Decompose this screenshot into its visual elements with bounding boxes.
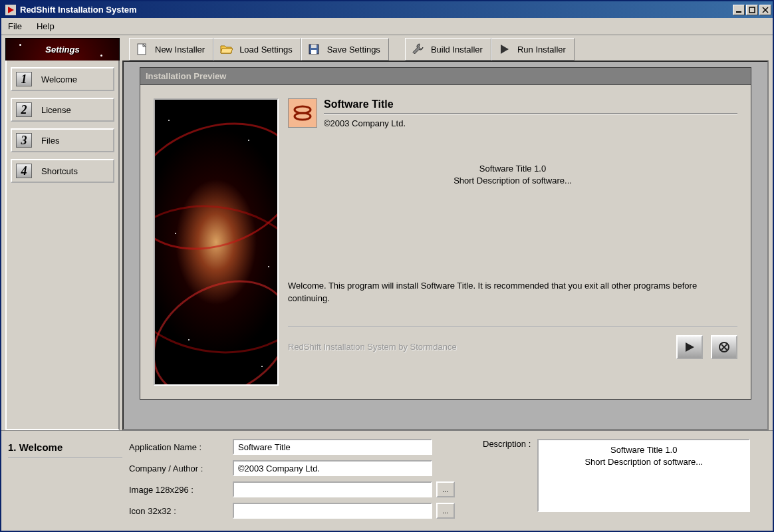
maximize-button[interactable] xyxy=(746,5,758,15)
svg-rect-1 xyxy=(736,11,741,13)
description-input[interactable]: Software Title 1.0 Short Description of … xyxy=(537,439,750,512)
cancel-button[interactable] xyxy=(711,335,737,359)
preview-panel: Installation Preview xyxy=(140,67,751,400)
save-icon xyxy=(307,43,321,56)
load-settings-label: Load Settings xyxy=(239,45,293,55)
browse-icon-button[interactable]: ... xyxy=(436,503,455,519)
new-file-icon xyxy=(135,43,148,56)
copyright-text: ©2003 Company Ltd. xyxy=(324,118,737,128)
step-number: 2 xyxy=(16,102,32,117)
sidebar-item-label: Files xyxy=(41,136,59,146)
svg-marker-12 xyxy=(686,342,694,352)
app-name-input[interactable] xyxy=(233,439,432,455)
menu-file[interactable]: File xyxy=(5,20,25,33)
sidebar-item-files[interactable]: 3 Files xyxy=(11,128,114,152)
run-installer-label: Run Installer xyxy=(517,45,566,55)
minimize-button[interactable] xyxy=(733,5,745,15)
sidebar-item-label: License xyxy=(41,105,71,115)
window-title: RedShift Installation System xyxy=(19,5,733,15)
save-settings-label: Save Settings xyxy=(327,45,380,55)
content-area: Installation Preview xyxy=(122,61,769,430)
save-settings-button[interactable]: Save Settings xyxy=(301,38,389,61)
step-number: 3 xyxy=(16,133,32,148)
section-heading: 1. Welcome xyxy=(8,439,122,519)
company-label: Company / Author : xyxy=(129,464,229,473)
svg-rect-8 xyxy=(311,50,317,54)
sidebar-item-shortcuts[interactable]: 4 Shortcuts xyxy=(11,159,114,183)
bottom-form: 1. Welcome Application Name : Company / … xyxy=(1,430,773,531)
svg-marker-9 xyxy=(501,45,509,54)
image-label: Image 128x296 : xyxy=(129,485,229,495)
splash-image xyxy=(154,98,279,386)
software-title: Software Title xyxy=(324,98,737,110)
svg-rect-7 xyxy=(311,45,317,48)
run-installer-button[interactable]: Run Installer xyxy=(491,38,575,61)
sidebar-item-license[interactable]: 2 License xyxy=(11,98,114,122)
company-input[interactable] xyxy=(233,460,432,476)
icon-path-input[interactable] xyxy=(233,503,432,519)
svg-rect-2 xyxy=(749,7,755,13)
main-area: 1 Welcome 2 License 3 Files 4 Shortcuts … xyxy=(1,61,773,430)
divider xyxy=(288,326,737,327)
tab-settings[interactable]: Settings xyxy=(5,38,120,61)
menubar: File Help xyxy=(1,18,773,35)
titlebar: RedShift Installation System xyxy=(1,1,773,18)
preview-panel-title: Installation Preview xyxy=(140,68,751,85)
svg-point-11 xyxy=(295,113,311,120)
divider xyxy=(324,113,737,114)
software-icon xyxy=(288,98,317,128)
credits-text: RedShift Installation System by Stormdan… xyxy=(288,342,676,352)
app-name-label: Application Name : xyxy=(129,442,229,452)
next-button[interactable] xyxy=(676,335,703,359)
tab-settings-label: Settings xyxy=(45,45,79,55)
toolbar: Settings New Installer Load Settings Sav… xyxy=(1,35,773,61)
new-installer-label: New Installer xyxy=(155,45,205,55)
new-installer-button[interactable]: New Installer xyxy=(129,38,213,61)
step-number: 1 xyxy=(16,72,32,86)
center-description: Software Title 1.0 Short Description of … xyxy=(288,163,737,187)
app-icon xyxy=(5,5,16,15)
description-line1: Software Title 1.0 xyxy=(543,444,745,456)
step-number: 4 xyxy=(16,164,32,178)
application-window: RedShift Installation System File Help S… xyxy=(0,0,774,532)
version-line: Software Title 1.0 xyxy=(288,163,737,175)
load-settings-button[interactable]: Load Settings xyxy=(213,38,301,61)
wrench-icon xyxy=(411,43,424,56)
short-description: Short Description of software... xyxy=(288,175,737,187)
menu-help[interactable]: Help xyxy=(34,20,57,33)
close-circle-icon xyxy=(718,341,730,353)
sidebar: 1 Welcome 2 License 3 Files 4 Shortcuts xyxy=(5,61,120,430)
sidebar-item-label: Welcome xyxy=(41,74,77,84)
build-installer-button[interactable]: Build Installer xyxy=(405,38,491,61)
sidebar-item-welcome[interactable]: 1 Welcome xyxy=(11,67,114,91)
icon-label: Icon 32x32 : xyxy=(129,506,229,516)
close-button[interactable] xyxy=(759,5,771,15)
description-line2: Short Description of software... xyxy=(543,456,745,468)
welcome-message: Welcome. This program will install Softw… xyxy=(288,280,737,304)
browse-image-button[interactable]: ... xyxy=(436,481,455,497)
play-icon xyxy=(497,43,511,56)
sidebar-item-label: Shortcuts xyxy=(41,166,78,176)
image-path-input[interactable] xyxy=(233,481,432,497)
play-icon xyxy=(684,341,696,353)
folder-open-icon xyxy=(219,43,233,56)
svg-marker-0 xyxy=(8,7,14,13)
description-label: Description : xyxy=(483,439,531,449)
build-installer-label: Build Installer xyxy=(431,45,483,55)
